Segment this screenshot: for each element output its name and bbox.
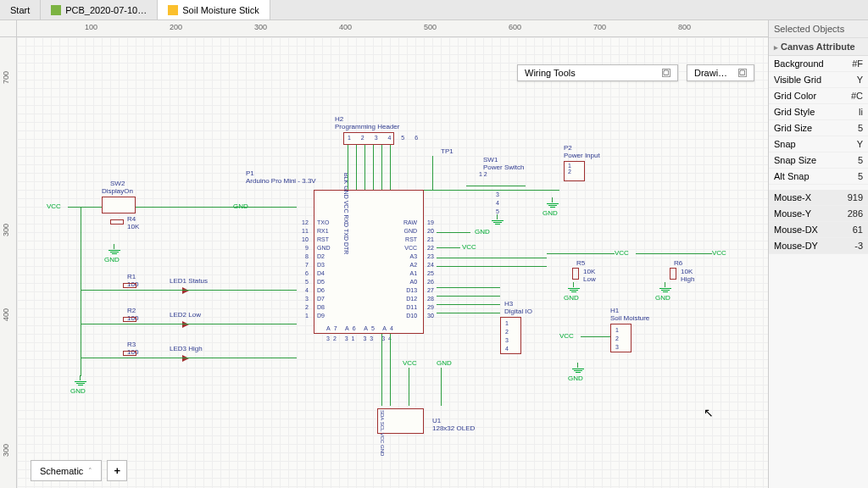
led1[interactable] bbox=[182, 287, 189, 294]
prop-row[interactable]: Snap Size5 bbox=[769, 152, 868, 169]
properties-panel: Selected Objects ▸ Canvas Attribute Back… bbox=[768, 20, 868, 488]
prop-row[interactable]: Grid Color#C bbox=[769, 88, 868, 104]
p2-power[interactable] bbox=[564, 161, 585, 181]
add-sheet-button[interactable]: + bbox=[107, 460, 127, 481]
net-vcc: VCC bbox=[47, 202, 61, 210]
folder-icon bbox=[168, 5, 178, 15]
mouse-y-row: Mouse-Y286 bbox=[769, 206, 868, 222]
cursor-icon: ↖ bbox=[704, 406, 714, 419]
r4[interactable] bbox=[110, 219, 124, 225]
mouse-dx-row: Mouse-DX61 bbox=[769, 222, 868, 238]
tab-bar: Start PCB_2020-07-10… Soil Moisture Stic… bbox=[0, 0, 868, 20]
prop-row[interactable]: Grid Size5 bbox=[769, 120, 868, 136]
sw2-ref: SW2 bbox=[110, 180, 125, 187]
led2[interactable] bbox=[182, 321, 189, 328]
wiring-tools-panel[interactable]: Wiring Tools ▢ bbox=[517, 64, 678, 81]
prop-row[interactable]: SnapY bbox=[769, 136, 868, 152]
prop-row[interactable]: Alt Snap5 bbox=[769, 169, 868, 185]
prop-row[interactable]: Grid Styleli bbox=[769, 104, 868, 120]
ruler-corner bbox=[0, 20, 17, 37]
tab-soil-moisture[interactable]: Soil Moisture Stick bbox=[158, 0, 270, 19]
r1[interactable] bbox=[123, 283, 136, 288]
schematic-canvas[interactable]: Wiring Tools ▢ Drawi… ▢ VCC SW2 DisplayO… bbox=[17, 37, 768, 488]
ruler-vertical: 700 300 400 300 bbox=[0, 37, 17, 488]
canvas-area[interactable]: 100 200 300 400 500 600 700 800 700 300 … bbox=[0, 20, 768, 488]
ruler-horizontal: 100 200 300 400 500 600 700 800 bbox=[17, 20, 768, 37]
led3[interactable] bbox=[182, 355, 189, 362]
schematic-tab[interactable]: Schematic ˄ bbox=[31, 460, 102, 481]
sw2[interactable] bbox=[102, 197, 136, 214]
tab-pcb[interactable]: PCB_2020-07-10… bbox=[41, 0, 158, 19]
h3-digital-io[interactable] bbox=[500, 317, 521, 354]
bottom-tab-bar: Schematic ˄ + bbox=[31, 460, 127, 481]
r2[interactable] bbox=[123, 317, 136, 322]
drawing-tools-label: Drawi… bbox=[694, 68, 727, 78]
canvas-attributes-section[interactable]: ▸ Canvas Attribute bbox=[769, 38, 868, 56]
r3[interactable] bbox=[123, 351, 136, 356]
chevron-up-icon: ˄ bbox=[88, 467, 92, 475]
mouse-x-row: Mouse-X919 bbox=[769, 190, 868, 206]
expand-icon[interactable]: ▢ bbox=[738, 69, 747, 77]
expand-icon[interactable]: ▢ bbox=[662, 69, 670, 77]
document-icon bbox=[51, 5, 61, 15]
sw2-name: DisplayOn bbox=[102, 187, 133, 195]
tab-start[interactable]: Start bbox=[0, 0, 41, 19]
drawing-tools-panel[interactable]: Drawi… ▢ bbox=[687, 64, 754, 81]
prop-row[interactable]: Background#F bbox=[769, 56, 868, 72]
h1-soil-moisture[interactable] bbox=[610, 324, 632, 352]
r6[interactable] bbox=[670, 268, 676, 280]
r5[interactable] bbox=[572, 268, 579, 280]
selected-objects-title: Selected Objects bbox=[769, 20, 868, 38]
mouse-dy-row: Mouse-DY-3 bbox=[769, 238, 868, 254]
prop-row[interactable]: Visible GridY bbox=[769, 72, 868, 88]
wiring-tools-label: Wiring Tools bbox=[525, 68, 576, 78]
